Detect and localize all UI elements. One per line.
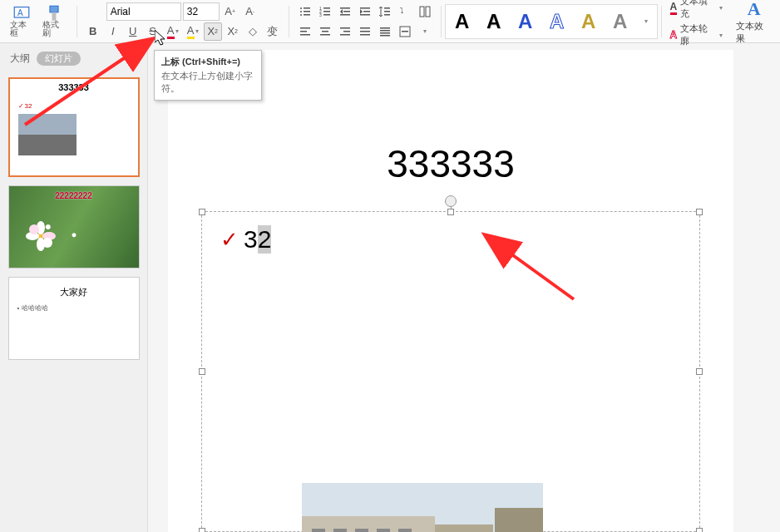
style-item-3[interactable]: A — [511, 7, 541, 37]
svg-rect-19 — [340, 14, 350, 16]
format-painter-label: 格式刷 — [42, 21, 67, 37]
line-spacing-button[interactable] — [376, 2, 394, 21]
subscript-button[interactable]: X2 — [224, 22, 242, 41]
italic-button[interactable]: I — [104, 22, 122, 41]
resize-handle[interactable] — [199, 528, 205, 532]
text-effects-button[interactable]: A 文本效果 — [731, 0, 777, 45]
tooltip-superscript: 上标 (Ctrl+Shift+=) 在文本行上方创建小字符。 — [154, 50, 262, 101]
svg-rect-40 — [360, 31, 370, 32]
textbox-content[interactable]: ✓ 32 — [220, 225, 271, 254]
svg-rect-41 — [360, 34, 370, 36]
slide-thumb-1[interactable]: 333333 32 — [8, 77, 140, 177]
increase-indent-button[interactable] — [356, 2, 374, 21]
text-direction-button[interactable]: ⤵ — [396, 2, 414, 21]
fill-icon: A — [670, 1, 678, 15]
svg-rect-25 — [384, 11, 390, 12]
thumb-title: 22222222 — [9, 191, 139, 200]
more-paragraph-button[interactable]: ▾ — [416, 22, 434, 41]
svg-rect-43 — [380, 30, 390, 32]
group-text-fill: A 文本填充▾ A 文本轮廓▾ — [665, 0, 728, 48]
thumb-sub: 32 — [18, 102, 32, 110]
format-painter-button[interactable]: 格式刷 — [39, 4, 70, 39]
bold-button[interactable]: B — [84, 22, 102, 41]
outline-icon: A — [670, 29, 678, 41]
strike-button[interactable]: S — [144, 22, 162, 41]
svg-rect-23 — [360, 14, 370, 16]
resize-handle[interactable] — [696, 368, 703, 375]
resize-handle[interactable] — [447, 209, 454, 215]
align-right-button[interactable] — [336, 22, 354, 41]
style-item-2[interactable]: A — [479, 7, 509, 37]
svg-rect-33 — [320, 27, 330, 29]
svg-rect-20 — [360, 7, 370, 9]
clear-format-button[interactable]: ◇ — [244, 22, 262, 41]
flower-icon — [24, 219, 57, 253]
text-outline-label: 文本轮廓 — [680, 22, 715, 47]
slide-thumb-2[interactable]: 22222222 — [8, 185, 140, 268]
font-name-input[interactable] — [106, 2, 181, 21]
style-item-1[interactable]: A — [447, 7, 477, 37]
resize-handle[interactable] — [199, 209, 205, 215]
svg-rect-22 — [363, 11, 370, 12]
increase-font-button[interactable]: A+ — [221, 2, 239, 21]
style-item-4[interactable]: A — [542, 7, 572, 37]
svg-rect-73 — [377, 529, 390, 532]
align-left-button[interactable] — [296, 22, 314, 41]
content-textbox[interactable]: ✓ 32 — [201, 211, 700, 532]
svg-rect-74 — [398, 529, 412, 532]
align-justify-button[interactable] — [356, 22, 374, 41]
svg-rect-7 — [304, 11, 310, 12]
slide-thumb-3[interactable]: 大家好 • 哈哈哈哈 — [8, 277, 140, 360]
slide-title[interactable]: 333333 — [168, 141, 733, 186]
svg-rect-11 — [323, 7, 330, 9]
svg-rect-44 — [380, 32, 390, 34]
textbox-label: 文本框 — [10, 21, 34, 37]
divider — [289, 6, 289, 37]
workspace: 大纲 幻灯片 333333 32 22222222 大家好 • 哈哈哈哈 — [0, 43, 780, 532]
align-center-button[interactable] — [316, 22, 334, 41]
tab-slides[interactable]: 幻灯片 — [37, 52, 81, 66]
style-gallery-more-button[interactable]: ▾ — [637, 12, 655, 31]
text-outline-button[interactable]: A 文本轮廓▾ — [669, 22, 725, 48]
tooltip-title: 上标 (Ctrl+Shift+=) — [161, 56, 254, 68]
columns-button[interactable] — [416, 2, 434, 21]
change-case-button[interactable]: 变 — [264, 22, 282, 41]
tab-outline[interactable]: 大纲 — [10, 52, 30, 66]
resize-handle[interactable] — [696, 209, 703, 215]
resize-handle[interactable] — [696, 528, 703, 532]
style-item-5[interactable]: A — [574, 7, 604, 37]
decrease-indent-button[interactable] — [336, 2, 354, 21]
slide-editor[interactable]: 333333 ✓ 32 — [168, 50, 733, 532]
font-size-input[interactable] — [183, 2, 220, 21]
thumb-title: 大家好 — [9, 278, 139, 298]
rotate-handle-icon[interactable] — [445, 195, 457, 207]
decrease-font-button[interactable]: A- — [241, 2, 259, 21]
svg-text:A: A — [17, 7, 23, 17]
text-effects-label: 文本效果 — [736, 20, 772, 45]
divider — [77, 6, 77, 37]
divider — [661, 6, 662, 37]
valign-button[interactable] — [396, 22, 414, 41]
style-item-6[interactable]: A — [605, 7, 635, 37]
checkmark-icon: ✓ — [220, 227, 239, 253]
slide-image[interactable] — [302, 483, 543, 532]
text-style-gallery: A A A A A A ▾ — [445, 4, 658, 39]
text-fill-button[interactable]: A 文本填充▾ — [669, 0, 725, 21]
resize-handle[interactable] — [199, 368, 205, 375]
svg-rect-39 — [360, 27, 370, 29]
svg-rect-29 — [426, 7, 430, 17]
svg-rect-34 — [322, 31, 328, 32]
font-color-button[interactable]: A▾ — [164, 22, 182, 41]
distribute-button[interactable] — [376, 22, 394, 41]
highlight-button[interactable]: A▾ — [184, 22, 202, 41]
numbering-button[interactable]: 123 — [316, 2, 334, 21]
textbox-button[interactable]: A 文本框 — [7, 4, 37, 39]
svg-rect-3 — [52, 12, 57, 20]
superscript-button[interactable]: X2 — [204, 22, 222, 41]
svg-rect-13 — [323, 11, 330, 12]
svg-point-4 — [300, 7, 302, 9]
bullets-button[interactable] — [296, 2, 314, 21]
svg-rect-36 — [340, 27, 350, 29]
underline-button[interactable]: U — [124, 22, 142, 41]
group-paragraph: 123 ⤵ ▾ — [293, 2, 437, 41]
